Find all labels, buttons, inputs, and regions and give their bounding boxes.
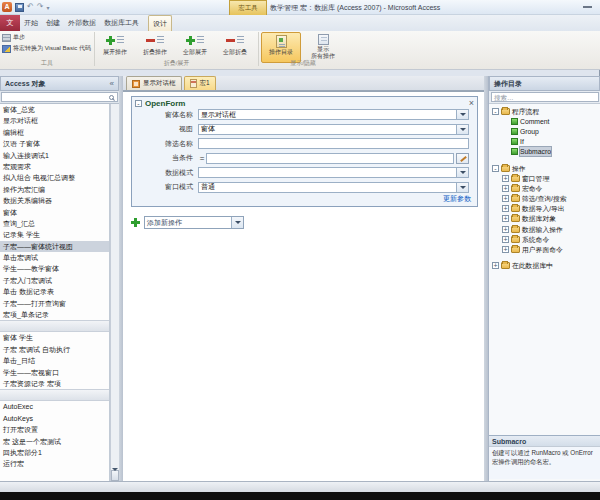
nav-item[interactable]: 汉语 子窗体 [0,138,109,149]
add-new-action-combobox[interactable]: 添加新操作 [144,216,244,229]
nav-item[interactable]: 运行宏 [0,458,109,469]
argument-input[interactable] [206,153,454,164]
tab-file[interactable]: 文件 [0,15,20,31]
expand-icon[interactable]: + [502,205,509,212]
nav-item[interactable]: 窗体 [0,207,109,218]
catalog-tree-item[interactable]: +数据库对象 [489,214,600,224]
nav-item[interactable]: 窗体 学生 [0,332,109,343]
nav-item[interactable]: 记录集 学生 [0,229,109,240]
tab-design[interactable]: 设计 [148,15,172,31]
collapse-icon[interactable]: - [492,165,499,172]
nav-item[interactable]: 宏 这是一个宏测试 [0,436,109,447]
dropdown-button[interactable] [456,183,468,192]
minimize-button[interactable] [583,6,592,8]
nav-item[interactable]: 学生——宏视窗口 [0,367,109,378]
catalog-tree-item[interactable]: +用户界面命令 [489,244,600,254]
dropdown-button[interactable] [456,125,468,134]
nav-group-header[interactable] [0,389,109,401]
dropdown-button[interactable] [456,110,468,119]
redo-icon[interactable]: ↷ [37,2,44,12]
save-icon[interactable] [15,3,24,12]
argument-input[interactable]: 显示对话框 [198,109,469,120]
visual-basic-icon [2,45,11,53]
nav-item[interactable]: AutoExec [0,401,109,412]
nav-item[interactable]: 打开宏设置 [0,424,109,435]
nav-item[interactable]: 子宏——打开查询窗 [0,298,109,309]
nav-item[interactable]: 显示对话框 [0,115,109,126]
catalog-tree-item[interactable]: Comment [489,116,600,126]
tab-external-data[interactable]: 外部数据 [64,15,100,31]
nav-item[interactable]: 操作为宏汇编 [0,184,109,195]
catalog-tree-item[interactable]: +数据导入/导出 [489,204,600,214]
expand-icon[interactable]: + [502,175,509,182]
argument-input[interactable] [198,138,469,149]
dropdown-button[interactable] [456,168,468,177]
nav-group-header[interactable] [0,320,109,332]
doc-tab-macro[interactable]: 宏1 [184,76,216,90]
nav-item[interactable]: 子宏资源记录 宏项 [0,378,109,389]
expand-icon[interactable]: + [502,195,509,202]
nav-item[interactable]: 查询_汇总 [0,218,109,229]
expand-icon[interactable]: + [502,246,509,253]
access-app-icon[interactable]: A [2,2,12,12]
nav-search-input[interactable] [1,92,118,102]
nav-item[interactable]: 数据关系编辑器 [0,195,109,206]
argument-input[interactable]: 窗体 [198,124,469,135]
expand-icon[interactable]: + [502,226,509,233]
catalog-tree-item[interactable]: -程序流程 [489,106,600,116]
catalog-tree-item[interactable]: If [489,137,600,147]
macro-designer-canvas[interactable]: - OpenForm × 窗体名称显示对话框视图窗体筛选名称当条件=数据模式窗口… [123,91,484,481]
nav-pane-header[interactable]: Access 对象 « [0,76,119,91]
single-step-label: 单步 [13,33,25,42]
delete-action-icon[interactable]: × [469,98,474,108]
nav-item[interactable]: AutoKeys [0,413,109,424]
dropdown-button[interactable] [231,217,243,228]
catalog-tree-item[interactable]: Group [489,126,600,136]
catalog-tree-item[interactable]: +在此数据库中 [489,261,600,271]
tab-database-tools[interactable]: 数据库工具 [100,15,143,31]
collapse-action-icon[interactable]: - [135,100,142,107]
collapse-icon[interactable]: - [492,108,499,115]
nav-item[interactable]: 宏观需求 [0,161,109,172]
openform-action-block[interactable]: - OpenForm × 窗体名称显示对话框视图窗体筛选名称当条件=数据模式窗口… [131,96,478,207]
expand-icon[interactable]: + [502,236,509,243]
nav-item[interactable]: 宏项_单条记录 [0,309,109,320]
catalog-tree-item[interactable]: -操作 [489,163,600,173]
nav-scrollbar[interactable] [110,104,119,481]
nav-item[interactable]: 单击 数据记录表 [0,286,109,297]
catalog-tree-item[interactable]: +数据输入操作 [489,224,600,234]
nav-item[interactable]: 单击_日结 [0,355,109,366]
tab-home[interactable]: 开始 [20,15,42,31]
qat-customize-icon[interactable]: ▾ [46,4,49,11]
nav-item[interactable]: 子宏入门宏调试 [0,275,109,286]
undo-icon[interactable]: ↶ [27,2,34,12]
tab-create[interactable]: 创建 [42,15,64,31]
argument-input[interactable] [198,167,469,178]
nav-item[interactable]: 单击宏调试 [0,252,109,263]
nav-item[interactable]: 编辑框 [0,127,109,138]
catalog-search-input[interactable]: 搜索… [491,92,599,102]
catalog-tree-item[interactable]: +系统命令 [489,234,600,244]
expand-icon[interactable]: + [502,185,509,192]
nav-item[interactable]: 子宏——窗体统计视图 [0,241,109,252]
catalog-tree-item[interactable]: +宏命令 [489,183,600,193]
single-step-button[interactable]: 单步 [0,32,94,43]
update-parameters-link[interactable]: 更新参数 [443,194,471,204]
nav-item[interactable]: 回执宏部分1 [0,447,109,458]
builder-button[interactable] [456,153,469,164]
nav-item[interactable]: 窗体_总览 [0,104,109,115]
shutter-bar-close-icon[interactable]: « [110,77,114,91]
catalog-tree-item[interactable]: Submacro [489,147,600,157]
argument-input[interactable]: 普通 [198,182,469,193]
catalog-tree-item[interactable]: +筛选/查询/搜索 [489,194,600,204]
convert-macros-to-vb-button[interactable]: 将宏转换为 Visual Basic 代码 [0,43,94,54]
catalog-tree-item[interactable]: +窗口管理 [489,173,600,183]
nav-item[interactable]: 拟入组合 电视汇总调整 [0,172,109,183]
nav-item[interactable]: 学生——教学窗体 [0,263,109,274]
expand-icon[interactable]: + [502,215,509,222]
nav-item[interactable]: 输入连接调试1 [0,150,109,161]
doc-tab-form[interactable]: 显示对话框 [126,76,182,90]
nav-item[interactable]: 子宏 宏调试 自动执行 [0,344,109,355]
expand-icon[interactable]: + [492,262,499,269]
scroll-down-button[interactable] [111,470,119,481]
